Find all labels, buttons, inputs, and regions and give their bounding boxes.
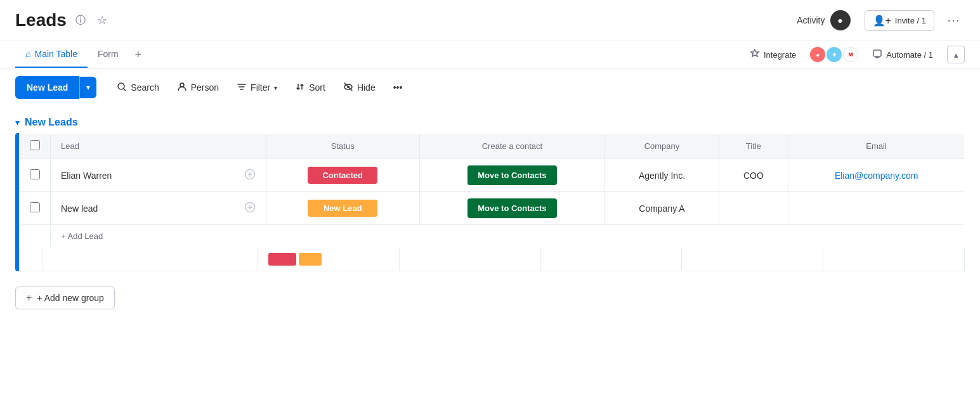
main-table-label: Main Table [34, 49, 77, 59]
tab-main-table[interactable]: ⌂ Main Table [15, 41, 88, 68]
more-options-button[interactable]: ⋯ [942, 10, 965, 30]
group-collapse-icon: ▾ [15, 117, 20, 127]
row1-status-cell: Contacted [266, 159, 420, 192]
summary-company-spacer [541, 248, 683, 271]
hide-button[interactable]: Hide [336, 77, 383, 99]
create-contact-column-header: Create a contact [419, 134, 605, 159]
company-column-header: Company [605, 134, 719, 159]
title-column-header: Title [719, 134, 788, 159]
integrate-icon [750, 49, 760, 61]
row1-checkbox-cell [20, 159, 51, 192]
row2-lead-name-cell: New lead [51, 192, 266, 225]
add-lead-cell[interactable]: + Add Lead [51, 225, 965, 248]
row2-email-cell [788, 192, 965, 225]
add-group-label: + Add new group [37, 293, 103, 303]
search-icon [117, 82, 127, 94]
more-toolbar-icon: ••• [393, 82, 403, 93]
int-icon-2[interactable]: ✦ [826, 47, 842, 62]
sort-icon [295, 82, 305, 94]
avatar-icon: ● [837, 15, 842, 25]
checkbox-header [20, 134, 51, 159]
select-all-checkbox[interactable] [30, 140, 40, 150]
automate-label: Automate / 1 [886, 50, 933, 60]
info-button[interactable]: ⓘ [73, 11, 88, 30]
new-lead-group: New Lead ▾ [15, 76, 96, 99]
row1-company: Agently Inc. [639, 171, 685, 181]
more-toolbar-button[interactable]: ••• [386, 77, 410, 98]
summary-status [268, 253, 389, 266]
summary-title-spacer [682, 248, 823, 271]
row2-status-badge[interactable]: New Lead [308, 200, 377, 217]
row1-checkbox[interactable] [30, 169, 40, 179]
table-row: New lead New Lead [20, 192, 965, 225]
filter-arrow-icon: ▾ [274, 84, 277, 91]
row1-conversation-icon[interactable] [244, 169, 256, 183]
star-button[interactable]: ☆ [95, 11, 110, 30]
new-lead-button[interactable]: New Lead [15, 76, 79, 99]
tab-form[interactable]: Form [88, 41, 129, 68]
row1-lead-name-cell: Elian Warren [51, 159, 266, 192]
info-icon: ⓘ [75, 14, 86, 27]
row2-checkbox-cell [20, 192, 51, 225]
add-group-section: + + Add new group [15, 287, 965, 309]
row2-checkbox[interactable] [30, 202, 40, 212]
integration-icons: ● ✦ M [810, 47, 858, 62]
tab-bar: ⌂ Main Table Form + Integrate ● ✦ M [0, 41, 980, 68]
table-row: Elian Warren Contacted [20, 159, 965, 192]
row1-move-to-contacts-button[interactable]: Move to Contacts [467, 165, 556, 185]
row1-status-badge[interactable]: Contacted [308, 167, 377, 184]
new-lead-dropdown-button[interactable]: ▾ [79, 77, 96, 98]
row1-lead-name: Elian Warren [61, 171, 112, 181]
sort-button[interactable]: Sort [287, 77, 333, 99]
activity-label: Activity [797, 15, 825, 25]
search-button[interactable]: Search [109, 77, 166, 99]
hide-label: Hide [357, 82, 376, 93]
row2-lead-cell-inner: New lead [61, 202, 256, 216]
table-wrapper: Lead Status Create a contact Company Tit [19, 133, 965, 271]
row1-email-link[interactable]: Elian@company.com [835, 171, 918, 181]
form-label: Form [98, 49, 119, 59]
home-icon: ⌂ [25, 49, 30, 59]
add-lead-checkbox-cell [20, 225, 51, 248]
search-label: Search [131, 82, 159, 93]
add-group-button[interactable]: + + Add new group [15, 287, 115, 309]
summary-contact-spacer [400, 248, 541, 271]
add-tab-button[interactable]: + [129, 43, 148, 67]
tab-bar-left: ⌂ Main Table Form + [15, 41, 743, 68]
chevron-up-icon: ▴ [954, 50, 958, 60]
header-left: Leads ⓘ ☆ [15, 10, 110, 30]
star-icon: ☆ [97, 13, 107, 27]
row2-company-cell: Company A [605, 192, 719, 225]
collapse-button[interactable]: ▴ [947, 46, 965, 63]
invite-button[interactable]: 👤+ Invite / 1 [865, 10, 934, 31]
filter-button[interactable]: Filter ▾ [229, 77, 285, 99]
automate-button[interactable]: Automate / 1 [866, 45, 939, 65]
group-header: ▾ New Leads [15, 117, 965, 128]
row2-move-to-contacts-button[interactable]: Move to Contacts [467, 198, 556, 218]
int-icon-1[interactable]: ● [810, 47, 825, 62]
group-collapse-button[interactable]: ▾ [15, 117, 20, 127]
person-icon [177, 82, 187, 94]
person-label: Person [191, 82, 219, 93]
group-title: New Leads [25, 117, 78, 128]
int-icon-3[interactable]: M [843, 47, 858, 62]
row2-status-cell: New Lead [266, 192, 420, 225]
integrate-label: Integrate [764, 50, 796, 60]
summary-bar [19, 248, 965, 271]
summary-email-spacer [823, 248, 964, 271]
summary-contacted-badge [268, 253, 296, 266]
add-lead-row[interactable]: + Add Lead [20, 225, 965, 248]
add-lead-label: + Add Lead [61, 231, 103, 241]
row1-title-cell: COO [719, 159, 788, 192]
row2-lead-name: New lead [61, 203, 98, 214]
integrate-button[interactable]: Integrate [743, 45, 802, 65]
summary-checkbox-spacer [20, 248, 42, 271]
activity-button[interactable]: Activity ● [790, 6, 856, 34]
more-dots-icon: ⋯ [947, 13, 960, 27]
tab-bar-right: Integrate ● ✦ M Automate / 1 ▴ [743, 45, 965, 65]
leads-table: Lead Status Create a contact Company Tit [19, 133, 965, 248]
automate-icon [872, 49, 882, 61]
header-right: Activity ● 👤+ Invite / 1 ⋯ [790, 6, 965, 34]
person-button[interactable]: Person [169, 77, 226, 99]
row2-conversation-icon[interactable] [244, 202, 256, 216]
